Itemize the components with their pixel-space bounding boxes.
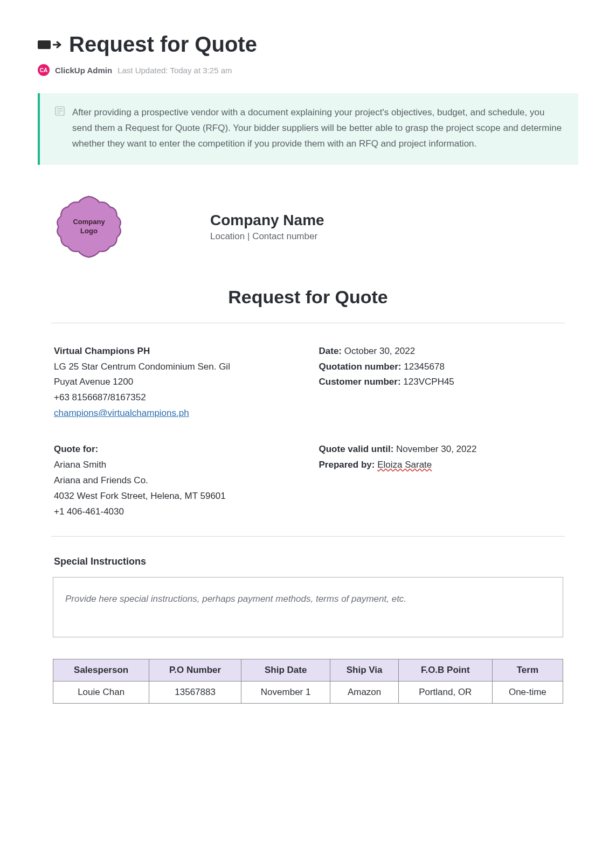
divider — [51, 323, 565, 323]
th-salesperson: Salesperson — [53, 659, 149, 681]
customer-value: 123VCPH45 — [403, 377, 454, 387]
td-ship-date: November 1 — [241, 681, 330, 703]
arrow-right-icon — [53, 40, 63, 49]
quote-for-address: 4032 West Fork Street, Helena, MT 59601 — [54, 489, 297, 504]
valid-until-label: Quote valid until: — [319, 444, 394, 454]
quotation-value: 12345678 — [404, 362, 445, 372]
quote-for-block: Quote for: Ariana Smith Ariana and Frien… — [54, 442, 297, 519]
table-row: Louie Chan 13567883 November 1 Amazon Po… — [53, 681, 563, 703]
document-meta: CA ClickUp Admin Last Updated: Today at … — [38, 64, 578, 76]
shipping-table: Salesperson P.O Number Ship Date Ship Vi… — [53, 659, 563, 704]
logo-text: Company Logo — [73, 218, 105, 236]
note-icon — [55, 106, 65, 116]
special-instructions-placeholder: Provide here special instructions, perha… — [65, 594, 551, 604]
th-term: Term — [492, 659, 563, 681]
customer-label: Customer number: — [319, 377, 401, 387]
vendor-name: Virtual Champions PH — [54, 346, 150, 356]
prepared-by-value: Eloiza Sarate — [377, 460, 432, 470]
logo-line1: Company — [73, 218, 105, 226]
info-callout: After providing a prospective vendor wit… — [38, 93, 578, 165]
quote-for-company: Ariana and Friends Co. — [54, 473, 297, 489]
company-row: Company Logo Company Name Location | Con… — [54, 192, 562, 262]
logo-line2: Logo — [80, 227, 98, 235]
vendor-email-link[interactable]: champions@virtualchampions.ph — [54, 408, 189, 418]
avatar: CA — [38, 64, 50, 76]
quote-meta-block: Date: October 30, 2022 Quotation number:… — [319, 344, 563, 421]
td-ship-via: Amazon — [330, 681, 398, 703]
doc-icon — [38, 40, 51, 49]
quote-for-name: Ariana Smith — [54, 457, 297, 473]
section-title: Request for Quote — [38, 287, 578, 308]
th-po-number: P.O Number — [149, 659, 241, 681]
td-salesperson: Louie Chan — [53, 681, 149, 703]
last-updated: Last Updated: Today at 3:25 am — [117, 66, 232, 75]
date-label: Date: — [319, 346, 342, 356]
vendor-phone: +63 8156687/8167352 — [54, 390, 297, 406]
td-fob-point: Portland, OR — [398, 681, 492, 703]
date-value: October 30, 2022 — [344, 346, 415, 356]
table-header-row: Salesperson P.O Number Ship Date Ship Vi… — [53, 659, 563, 681]
page-title: Request for Quote — [69, 32, 257, 57]
vendor-address1: LG 25 Star Centrum Condominium Sen. Gil — [54, 359, 297, 375]
info-text: After providing a prospective vendor wit… — [72, 105, 563, 152]
company-info: Company Name Location | Contact number — [210, 212, 324, 242]
divider — [51, 536, 565, 537]
document-header: Request for Quote — [38, 32, 578, 57]
special-instructions-heading: Special Instructions — [54, 556, 578, 567]
th-ship-via: Ship Via — [330, 659, 398, 681]
quotefor-validity-row: Quote for: Ariana Smith Ariana and Frien… — [54, 442, 562, 519]
prepared-by-label: Prepared by: — [319, 460, 375, 470]
vendor-address2: Puyat Avenue 1200 — [54, 374, 297, 390]
company-name: Company Name — [210, 212, 324, 229]
company-logo-badge: Company Logo — [54, 192, 124, 262]
quote-for-heading: Quote for: — [54, 444, 98, 454]
company-sub: Location | Contact number — [210, 231, 324, 242]
quote-for-phone: +1 406-461-4030 — [54, 504, 297, 520]
valid-until-value: November 30, 2022 — [396, 444, 476, 454]
td-term: One-time — [492, 681, 563, 703]
quotation-label: Quotation number: — [319, 362, 402, 372]
th-fob-point: F.O.B Point — [398, 659, 492, 681]
author-name: ClickUp Admin — [55, 66, 112, 75]
vendor-meta-row: Virtual Champions PH LG 25 Star Centrum … — [54, 344, 562, 421]
vendor-block: Virtual Champions PH LG 25 Star Centrum … — [54, 344, 297, 421]
validity-block: Quote valid until: November 30, 2022 Pre… — [319, 442, 563, 519]
th-ship-date: Ship Date — [241, 659, 330, 681]
special-instructions-box[interactable]: Provide here special instructions, perha… — [53, 577, 563, 637]
header-icon-group — [38, 40, 63, 49]
td-po-number: 13567883 — [149, 681, 241, 703]
